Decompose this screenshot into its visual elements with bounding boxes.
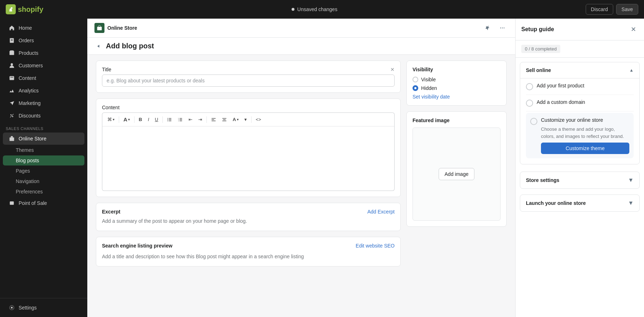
title-label: Title ✕ [102, 67, 395, 72]
svg-rect-14 [12, 204, 13, 205]
pos-icon [9, 200, 15, 206]
sidebar-sub-preferences[interactable]: Preferences [3, 187, 84, 197]
svg-rect-35 [223, 118, 226, 118]
radio-hidden[interactable]: Hidden [413, 85, 501, 91]
sidebar-item-customers-label: Customers [19, 63, 43, 68]
svg-rect-32 [212, 118, 216, 118]
store-settings-chevron: ▼ [628, 177, 634, 183]
outdent-btn[interactable]: ⇥ [196, 115, 204, 124]
visibility-title: Visibility [413, 67, 501, 72]
content-card: Content ⌘ ▾ A ▾ B I [96, 99, 401, 197]
font-dropdown-btn[interactable]: A ▾ [121, 115, 132, 124]
svg-rect-37 [223, 120, 226, 121]
add-excerpt-link[interactable]: Add Excerpt [367, 209, 395, 215]
toolbar-sep-4 [206, 116, 207, 123]
layout: Home Orders Products Customers [0, 19, 644, 317]
text-color-btn[interactable]: A ▾ [230, 115, 240, 124]
sidebar-nav: Home Orders Products Customers [0, 19, 87, 298]
more-options-icon[interactable] [497, 22, 508, 34]
italic-btn[interactable]: I [146, 115, 151, 124]
title-input[interactable] [102, 75, 395, 87]
edit-seo-link[interactable]: Edit website SEO [356, 243, 395, 249]
sidebar-item-customers[interactable]: Customers [3, 59, 84, 72]
align-left-btn[interactable] [209, 116, 218, 124]
customize-theme-button[interactable]: Customize theme [541, 143, 629, 154]
page-title: Add blog post [106, 42, 154, 50]
sell-online-title: Sell online [526, 67, 551, 73]
add-image-button[interactable]: Add image [439, 168, 475, 180]
sidebar-item-online-store[interactable]: Online Store [3, 133, 84, 145]
svg-point-24 [167, 119, 168, 120]
seo-card: Search engine listing preview Edit websi… [96, 237, 401, 266]
sidebar-item-products[interactable]: Products [3, 47, 84, 59]
sidebar-item-discounts[interactable]: Discounts [3, 110, 84, 122]
setup-guide-close-button[interactable]: ✕ [628, 24, 638, 34]
svg-rect-26 [180, 118, 182, 118]
ul-btn[interactable] [165, 116, 174, 124]
sidebar-item-orders[interactable]: Orders [3, 34, 84, 47]
sidebar-item-point-of-sale[interactable]: Point of Sale [3, 197, 84, 209]
svg-point-7 [12, 116, 13, 117]
themes-label: Themes [16, 147, 34, 153]
visibility-card: Visibility Visible Hidden Set visibility… [406, 61, 507, 106]
featured-image-card: Featured image Add image [406, 111, 507, 227]
format-dropdown-btn[interactable]: ⌘ ▾ [105, 115, 117, 124]
sidebar-sub-blog-posts[interactable]: Blog posts [3, 155, 84, 165]
sidebar-sub-navigation[interactable]: Navigation [3, 176, 84, 186]
logo: shopify [6, 4, 43, 14]
sidebar-sub-pages[interactable]: Pages [3, 166, 84, 176]
editor-area[interactable] [102, 126, 395, 191]
indent-btn[interactable]: ⇤ [186, 115, 195, 124]
excerpt-header: Excerpt Add Excerpt [102, 209, 395, 215]
svg-rect-27 [180, 119, 182, 120]
radio-visible[interactable]: Visible [413, 77, 501, 82]
radio-hidden-label: Hidden [421, 85, 437, 91]
align-center-btn[interactable] [220, 116, 229, 124]
svg-point-3 [11, 63, 13, 66]
navigation-label: Navigation [16, 178, 39, 184]
online-store-header: Online Store [87, 19, 515, 38]
sidebar-sub-themes[interactable]: Themes [3, 145, 84, 155]
title-card: Title ✕ [96, 61, 401, 93]
store-settings-section: Store settings ▼ [520, 172, 640, 189]
back-button[interactable] [96, 43, 102, 49]
launch-header[interactable]: Launch your online store ▼ [520, 195, 639, 211]
code-view-btn[interactable]: <> [254, 115, 263, 124]
check-custom-domain [526, 100, 533, 107]
svg-point-25 [167, 120, 168, 121]
preferences-label: Preferences [16, 189, 43, 194]
set-visibility-date-link[interactable]: Set visibility date [413, 94, 501, 100]
online-store-icon [9, 135, 15, 142]
radio-hidden-circle [413, 85, 418, 91]
sidebar-footer-settings[interactable]: Settings [3, 302, 84, 314]
content-right: Visibility Visible Hidden Set visibility… [406, 61, 507, 266]
svg-rect-34 [212, 120, 216, 121]
sidebar-item-content[interactable]: Content [3, 72, 84, 84]
ol-btn[interactable]: 123 [176, 116, 185, 124]
more-options-btn[interactable]: ▾ [242, 115, 249, 124]
sell-online-content: Add your first product Add a custom doma… [520, 78, 639, 164]
unsaved-banner-area: Unsaved changes [49, 6, 580, 12]
settings-icon [9, 304, 15, 311]
store-settings-header[interactable]: Store settings ▼ [520, 172, 639, 188]
settings-label: Settings [19, 305, 37, 311]
bold-btn[interactable]: B [137, 115, 144, 124]
sidebar-item-home[interactable]: Home [3, 22, 84, 34]
featured-image-title: Featured image [413, 117, 501, 123]
sidebar-item-marketing-label: Marketing [19, 100, 40, 106]
svg-point-15 [11, 307, 13, 309]
svg-rect-20 [169, 118, 171, 118]
save-button[interactable]: Save [616, 4, 638, 15]
content-label: Content [102, 105, 395, 110]
sell-online-header[interactable]: Sell online ▲ [520, 62, 639, 78]
setup-item-add-product: Add your first product [526, 78, 634, 95]
sidebar-item-marketing[interactable]: Marketing [3, 97, 84, 109]
discard-button[interactable]: Discard [586, 4, 613, 15]
main-content: Online Store Add blog post [87, 19, 515, 317]
sidebar-item-analytics[interactable]: Analytics [3, 85, 84, 97]
pin-icon[interactable] [482, 22, 494, 34]
svg-rect-11 [11, 202, 12, 203]
pages-label: Pages [16, 168, 30, 174]
svg-rect-22 [169, 120, 171, 121]
underline-btn[interactable]: U [153, 115, 160, 124]
